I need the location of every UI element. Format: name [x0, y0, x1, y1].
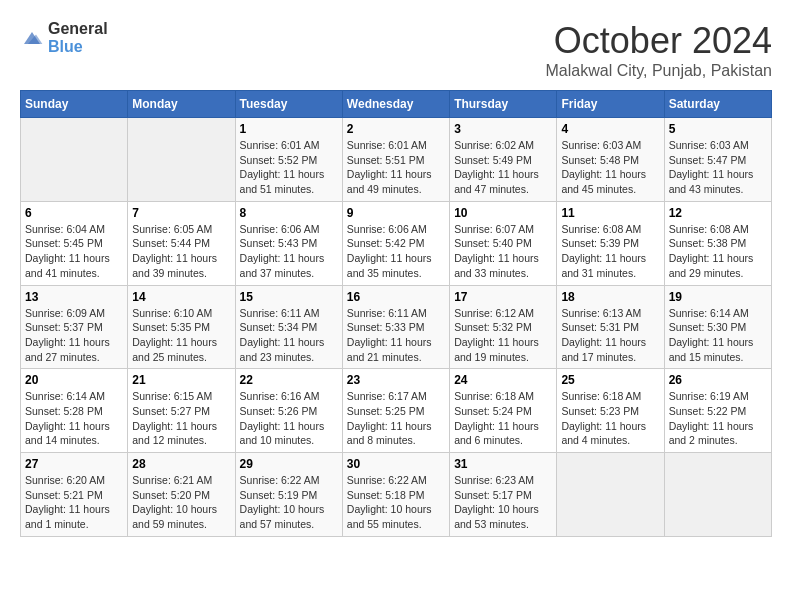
day-number: 23: [347, 373, 445, 387]
calendar-cell: 2Sunrise: 6:01 AM Sunset: 5:51 PM Daylig…: [342, 118, 449, 202]
calendar-cell: 13Sunrise: 6:09 AM Sunset: 5:37 PM Dayli…: [21, 285, 128, 369]
day-info: Sunrise: 6:13 AM Sunset: 5:31 PM Dayligh…: [561, 306, 659, 365]
calendar-cell: 1Sunrise: 6:01 AM Sunset: 5:52 PM Daylig…: [235, 118, 342, 202]
calendar-cell: [128, 118, 235, 202]
day-info: Sunrise: 6:08 AM Sunset: 5:38 PM Dayligh…: [669, 222, 767, 281]
calendar-week-4: 20Sunrise: 6:14 AM Sunset: 5:28 PM Dayli…: [21, 369, 772, 453]
calendar-cell: 22Sunrise: 6:16 AM Sunset: 5:26 PM Dayli…: [235, 369, 342, 453]
calendar-cell: 31Sunrise: 6:23 AM Sunset: 5:17 PM Dayli…: [450, 453, 557, 537]
day-info: Sunrise: 6:14 AM Sunset: 5:28 PM Dayligh…: [25, 389, 123, 448]
calendar-week-1: 1Sunrise: 6:01 AM Sunset: 5:52 PM Daylig…: [21, 118, 772, 202]
month-title: October 2024: [546, 20, 772, 62]
day-info: Sunrise: 6:05 AM Sunset: 5:44 PM Dayligh…: [132, 222, 230, 281]
day-info: Sunrise: 6:15 AM Sunset: 5:27 PM Dayligh…: [132, 389, 230, 448]
calendar-cell: 24Sunrise: 6:18 AM Sunset: 5:24 PM Dayli…: [450, 369, 557, 453]
day-number: 31: [454, 457, 552, 471]
day-info: Sunrise: 6:04 AM Sunset: 5:45 PM Dayligh…: [25, 222, 123, 281]
calendar-week-5: 27Sunrise: 6:20 AM Sunset: 5:21 PM Dayli…: [21, 453, 772, 537]
day-info: Sunrise: 6:18 AM Sunset: 5:24 PM Dayligh…: [454, 389, 552, 448]
location-title: Malakwal City, Punjab, Pakistan: [546, 62, 772, 80]
calendar-cell: 23Sunrise: 6:17 AM Sunset: 5:25 PM Dayli…: [342, 369, 449, 453]
day-number: 29: [240, 457, 338, 471]
day-number: 1: [240, 122, 338, 136]
logo: General Blue: [20, 20, 108, 55]
calendar-body: 1Sunrise: 6:01 AM Sunset: 5:52 PM Daylig…: [21, 118, 772, 537]
day-number: 8: [240, 206, 338, 220]
weekday-row: SundayMondayTuesdayWednesdayThursdayFrid…: [21, 91, 772, 118]
calendar-cell: 19Sunrise: 6:14 AM Sunset: 5:30 PM Dayli…: [664, 285, 771, 369]
calendar-cell: [557, 453, 664, 537]
day-number: 5: [669, 122, 767, 136]
calendar-cell: 21Sunrise: 6:15 AM Sunset: 5:27 PM Dayli…: [128, 369, 235, 453]
day-number: 14: [132, 290, 230, 304]
day-number: 11: [561, 206, 659, 220]
day-info: Sunrise: 6:01 AM Sunset: 5:52 PM Dayligh…: [240, 138, 338, 197]
day-number: 10: [454, 206, 552, 220]
calendar-cell: [21, 118, 128, 202]
weekday-header-friday: Friday: [557, 91, 664, 118]
day-info: Sunrise: 6:11 AM Sunset: 5:34 PM Dayligh…: [240, 306, 338, 365]
calendar-cell: 5Sunrise: 6:03 AM Sunset: 5:47 PM Daylig…: [664, 118, 771, 202]
day-number: 7: [132, 206, 230, 220]
calendar-cell: 15Sunrise: 6:11 AM Sunset: 5:34 PM Dayli…: [235, 285, 342, 369]
day-number: 13: [25, 290, 123, 304]
calendar-cell: 29Sunrise: 6:22 AM Sunset: 5:19 PM Dayli…: [235, 453, 342, 537]
weekday-header-thursday: Thursday: [450, 91, 557, 118]
calendar-cell: 17Sunrise: 6:12 AM Sunset: 5:32 PM Dayli…: [450, 285, 557, 369]
day-info: Sunrise: 6:19 AM Sunset: 5:22 PM Dayligh…: [669, 389, 767, 448]
day-info: Sunrise: 6:09 AM Sunset: 5:37 PM Dayligh…: [25, 306, 123, 365]
day-info: Sunrise: 6:18 AM Sunset: 5:23 PM Dayligh…: [561, 389, 659, 448]
day-number: 18: [561, 290, 659, 304]
day-number: 22: [240, 373, 338, 387]
day-number: 21: [132, 373, 230, 387]
calendar-cell: 30Sunrise: 6:22 AM Sunset: 5:18 PM Dayli…: [342, 453, 449, 537]
calendar-week-2: 6Sunrise: 6:04 AM Sunset: 5:45 PM Daylig…: [21, 201, 772, 285]
day-info: Sunrise: 6:03 AM Sunset: 5:47 PM Dayligh…: [669, 138, 767, 197]
day-number: 30: [347, 457, 445, 471]
calendar-week-3: 13Sunrise: 6:09 AM Sunset: 5:37 PM Dayli…: [21, 285, 772, 369]
day-info: Sunrise: 6:20 AM Sunset: 5:21 PM Dayligh…: [25, 473, 123, 532]
day-number: 2: [347, 122, 445, 136]
day-info: Sunrise: 6:10 AM Sunset: 5:35 PM Dayligh…: [132, 306, 230, 365]
calendar-cell: 8Sunrise: 6:06 AM Sunset: 5:43 PM Daylig…: [235, 201, 342, 285]
day-number: 25: [561, 373, 659, 387]
weekday-header-tuesday: Tuesday: [235, 91, 342, 118]
day-number: 4: [561, 122, 659, 136]
day-info: Sunrise: 6:06 AM Sunset: 5:42 PM Dayligh…: [347, 222, 445, 281]
weekday-header-saturday: Saturday: [664, 91, 771, 118]
day-number: 20: [25, 373, 123, 387]
day-info: Sunrise: 6:01 AM Sunset: 5:51 PM Dayligh…: [347, 138, 445, 197]
day-number: 26: [669, 373, 767, 387]
weekday-header-monday: Monday: [128, 91, 235, 118]
day-info: Sunrise: 6:08 AM Sunset: 5:39 PM Dayligh…: [561, 222, 659, 281]
calendar-cell: 18Sunrise: 6:13 AM Sunset: 5:31 PM Dayli…: [557, 285, 664, 369]
calendar-cell: 25Sunrise: 6:18 AM Sunset: 5:23 PM Dayli…: [557, 369, 664, 453]
calendar-cell: 26Sunrise: 6:19 AM Sunset: 5:22 PM Dayli…: [664, 369, 771, 453]
weekday-header-wednesday: Wednesday: [342, 91, 449, 118]
calendar-cell: [664, 453, 771, 537]
calendar-cell: 20Sunrise: 6:14 AM Sunset: 5:28 PM Dayli…: [21, 369, 128, 453]
day-number: 28: [132, 457, 230, 471]
day-number: 12: [669, 206, 767, 220]
day-number: 27: [25, 457, 123, 471]
calendar-table: SundayMondayTuesdayWednesdayThursdayFrid…: [20, 90, 772, 537]
day-info: Sunrise: 6:11 AM Sunset: 5:33 PM Dayligh…: [347, 306, 445, 365]
day-info: Sunrise: 6:07 AM Sunset: 5:40 PM Dayligh…: [454, 222, 552, 281]
day-number: 9: [347, 206, 445, 220]
day-info: Sunrise: 6:23 AM Sunset: 5:17 PM Dayligh…: [454, 473, 552, 532]
calendar-cell: 14Sunrise: 6:10 AM Sunset: 5:35 PM Dayli…: [128, 285, 235, 369]
day-number: 19: [669, 290, 767, 304]
calendar-cell: 16Sunrise: 6:11 AM Sunset: 5:33 PM Dayli…: [342, 285, 449, 369]
calendar-cell: 3Sunrise: 6:02 AM Sunset: 5:49 PM Daylig…: [450, 118, 557, 202]
calendar-cell: 7Sunrise: 6:05 AM Sunset: 5:44 PM Daylig…: [128, 201, 235, 285]
calendar-cell: 12Sunrise: 6:08 AM Sunset: 5:38 PM Dayli…: [664, 201, 771, 285]
day-info: Sunrise: 6:21 AM Sunset: 5:20 PM Dayligh…: [132, 473, 230, 532]
calendar-cell: 11Sunrise: 6:08 AM Sunset: 5:39 PM Dayli…: [557, 201, 664, 285]
calendar-cell: 27Sunrise: 6:20 AM Sunset: 5:21 PM Dayli…: [21, 453, 128, 537]
day-info: Sunrise: 6:22 AM Sunset: 5:19 PM Dayligh…: [240, 473, 338, 532]
day-info: Sunrise: 6:12 AM Sunset: 5:32 PM Dayligh…: [454, 306, 552, 365]
day-number: 3: [454, 122, 552, 136]
logo-text-blue: Blue: [48, 38, 108, 56]
day-info: Sunrise: 6:16 AM Sunset: 5:26 PM Dayligh…: [240, 389, 338, 448]
calendar-header: SundayMondayTuesdayWednesdayThursdayFrid…: [21, 91, 772, 118]
